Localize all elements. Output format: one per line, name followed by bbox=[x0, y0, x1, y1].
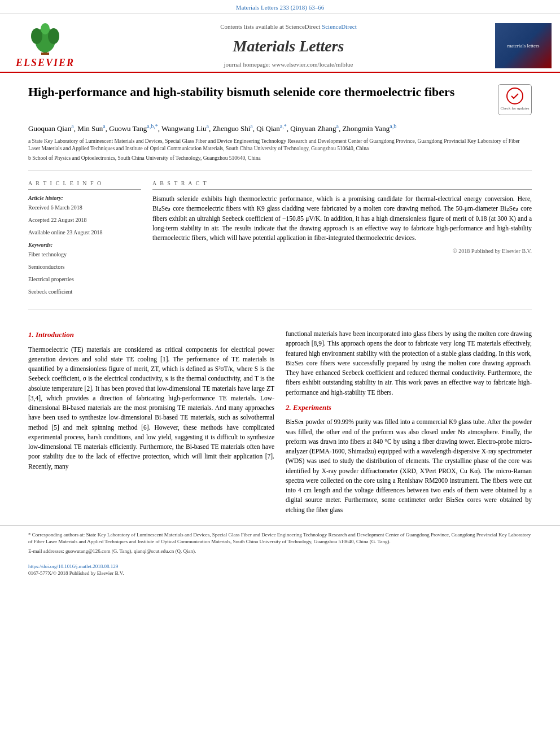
check-icon bbox=[510, 91, 520, 101]
elsevier-tree-icon bbox=[25, 22, 65, 56]
article-title-section: High-performance and high-stability bism… bbox=[28, 84, 532, 115]
accepted-date: Accepted 22 August 2018 bbox=[28, 216, 141, 224]
journal-citation: Materials Letters 233 (2018) 63–66 bbox=[0, 0, 560, 14]
check-updates-circle bbox=[506, 88, 523, 104]
sciencedirect-text: Contents lists available at ScienceDirec… bbox=[220, 23, 320, 30]
svg-point-2 bbox=[31, 28, 42, 44]
experiments-heading: 2. Experiments bbox=[286, 402, 532, 413]
received-date: Received 6 March 2018 bbox=[28, 204, 141, 212]
elsevier-name: ELSEVIER bbox=[16, 56, 75, 70]
intro-heading: 1. Introduction bbox=[28, 329, 274, 340]
keyword-4: Seebeck coefficient bbox=[28, 288, 141, 296]
keywords-label: Keywords: bbox=[28, 241, 141, 249]
body-divider bbox=[28, 309, 532, 309]
intro-para1: Thermoelectric (TE) materials are consid… bbox=[28, 345, 274, 471]
journal-title-section: Contents lists available at ScienceDirec… bbox=[90, 20, 487, 72]
abstract-col: A B S T R A C T Bismuth selenide exhibit… bbox=[152, 180, 532, 300]
article-main: High-performance and high-stability bism… bbox=[0, 73, 560, 329]
info-abstract-section: A R T I C L E I N F O Article history: R… bbox=[28, 180, 532, 300]
journal-header: ELSEVIER Contents lists available at Sci… bbox=[0, 14, 560, 73]
article-info-col: A R T I C L E I N F O Article history: R… bbox=[28, 180, 141, 300]
experiments-text: Bi₂Se₃ powder of 99.99% purity was fille… bbox=[286, 417, 532, 515]
copyright-line: © 2018 Published by Elsevier B.V. bbox=[152, 247, 532, 255]
footnote-email: E-mail addresses: guowutang@126.com (G. … bbox=[28, 548, 532, 555]
issn-text: 0167-577X/© 2018 Published by Elsevier B… bbox=[28, 570, 124, 576]
elsevier-logo-section: ELSEVIER bbox=[0, 20, 90, 72]
affiliation-a: a State Key Laboratory of Luminescent Ma… bbox=[28, 138, 532, 153]
thumb-text: materials letters bbox=[507, 42, 539, 50]
check-updates-badge[interactable]: Check for updates bbox=[498, 84, 532, 115]
available-date: Available online 23 August 2018 bbox=[28, 229, 141, 237]
journal-cover-thumbnail: materials letters bbox=[495, 23, 552, 68]
article-info-label: A R T I C L E I N F O bbox=[28, 180, 141, 190]
body-left-col: 1. Introduction Thermoelectric (TE) mate… bbox=[28, 329, 274, 519]
citation-text: Materials Letters 233 (2018) 63–66 bbox=[236, 4, 324, 11]
intro-para2: functional materials have been incorpora… bbox=[286, 329, 532, 397]
elsevier-logo: ELSEVIER bbox=[16, 22, 75, 70]
abstract-label: A B S T R A C T bbox=[152, 180, 532, 190]
article-title: High-performance and high-stability bism… bbox=[28, 84, 498, 101]
body-two-col: 1. Introduction Thermoelectric (TE) mate… bbox=[0, 329, 560, 519]
check-updates-text: Check for updates bbox=[501, 106, 530, 112]
svg-point-3 bbox=[48, 28, 59, 44]
sciencedirect-line: Contents lists available at ScienceDirec… bbox=[102, 23, 475, 31]
keyword-2: Semiconductors bbox=[28, 263, 141, 271]
header-divider bbox=[28, 171, 532, 171]
keyword-1: Fiber technology bbox=[28, 251, 141, 259]
footnote-section: * Corresponding authors at: State Key La… bbox=[0, 525, 560, 560]
history-label: Article history: bbox=[28, 194, 141, 202]
affiliation-b: b School of Physics and Optoelectronics,… bbox=[28, 155, 532, 162]
sciencedirect-link[interactable]: ScienceDirect bbox=[322, 23, 357, 30]
footer-links: https://doi.org/10.1016/j.matlet.2018.08… bbox=[0, 560, 560, 580]
doi-link[interactable]: https://doi.org/10.1016/j.matlet.2018.08… bbox=[28, 563, 118, 569]
abstract-text: Bismuth selenide exhibits high thermoele… bbox=[152, 194, 532, 243]
svg-point-4 bbox=[41, 23, 50, 34]
footnote-star: * Corresponding authors at: State Key La… bbox=[28, 531, 532, 545]
svg-rect-5 bbox=[41, 53, 49, 55]
journal-title: Materials Letters bbox=[102, 35, 475, 57]
journal-thumbnail-section: materials letters bbox=[487, 20, 560, 72]
keyword-3: Electrical properties bbox=[28, 276, 141, 283]
authors-line: Guoquan Qiana, Min Suna, Guowu Tanga,b,*… bbox=[28, 122, 532, 134]
journal-homepage: journal homepage: www.elsevier.com/locat… bbox=[102, 60, 475, 69]
affiliations-section: a State Key Laboratory of Luminescent Ma… bbox=[28, 138, 532, 162]
body-right-col: functional materials have been incorpora… bbox=[286, 329, 532, 519]
